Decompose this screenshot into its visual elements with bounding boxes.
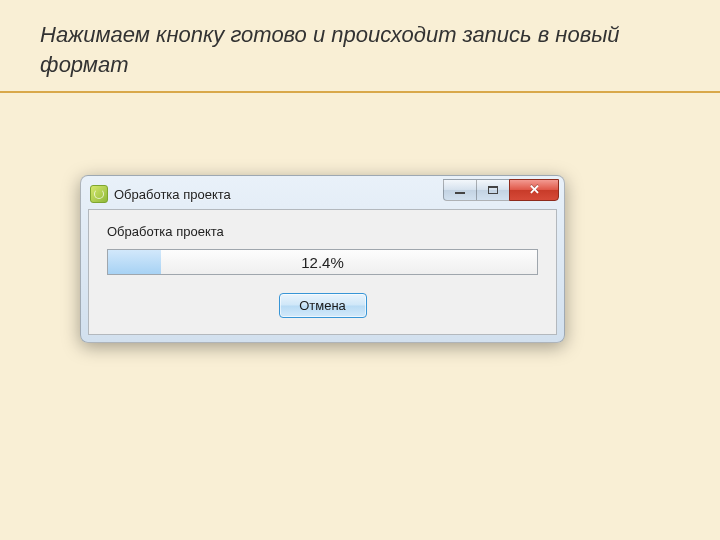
button-row: Отмена	[107, 293, 538, 318]
titlebar[interactable]: Обработка проекта ✕	[88, 183, 557, 209]
minimize-button[interactable]	[443, 179, 477, 201]
progress-bar: 12.4%	[107, 249, 538, 275]
progress-label: Обработка проекта	[107, 224, 538, 239]
close-button[interactable]: ✕	[509, 179, 559, 201]
dialog-title: Обработка проекта	[114, 187, 444, 202]
dialog-frame: Обработка проекта ✕ Обработка проекта 12…	[80, 175, 565, 343]
title-underline	[0, 91, 720, 93]
maximize-button[interactable]	[476, 179, 510, 201]
minimize-icon	[455, 192, 465, 194]
dialog-client-area: Обработка проекта 12.4% Отмена	[88, 209, 557, 335]
maximize-icon	[488, 186, 498, 194]
progress-dialog: Обработка проекта ✕ Обработка проекта 12…	[80, 175, 565, 343]
app-icon	[90, 185, 108, 203]
close-icon: ✕	[529, 183, 540, 196]
slide-title: Нажимаем кнопку готово и происходит запи…	[0, 0, 720, 87]
progress-percent: 12.4%	[108, 250, 537, 274]
window-controls: ✕	[444, 179, 559, 201]
cancel-button[interactable]: Отмена	[279, 293, 367, 318]
